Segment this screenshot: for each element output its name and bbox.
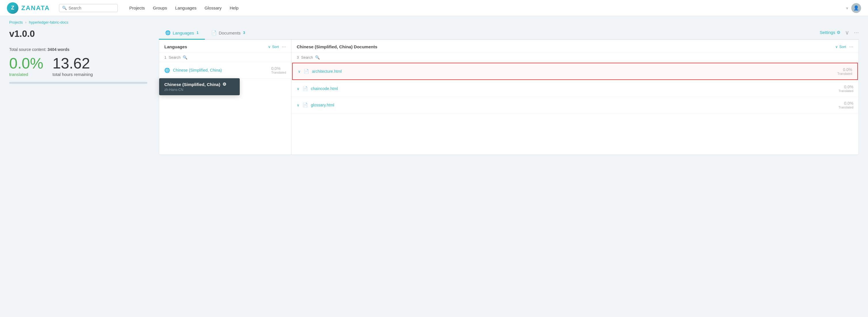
breadcrumb-separator: ›	[25, 20, 27, 25]
doc-item-2-pct-wrap: 0.0% Translated	[838, 101, 853, 109]
documents-panel: Chinese (Simplified, China) Documents ∨ …	[291, 40, 859, 155]
docs-sort-chevron: ∨	[835, 44, 838, 49]
lang-item-left: 🌐 Chinese (Simplified, China)	[164, 68, 222, 73]
languages-panel: Languages ∨ Sort ··· 1 Search 🔍	[159, 40, 291, 155]
main-layout: v1.0.0 Total source content: 3404 words …	[0, 26, 868, 164]
doc-tab-icon: 📄	[211, 30, 217, 35]
lang-item-right: 0.0% Translated	[271, 66, 286, 74]
gear-icon: ⚙	[837, 30, 840, 35]
doc-item-1-pct-label: Translated	[838, 89, 853, 93]
doc-item-1-name: chaincode.html	[311, 86, 338, 91]
docs-sort-button[interactable]: ∨ Sort	[835, 44, 846, 49]
tab-documents-badge: 3	[243, 31, 245, 35]
docs-search-label: Search	[301, 55, 313, 60]
doc-item-1-left: ∨ 📄 chaincode.html	[297, 86, 338, 91]
doc-item-1[interactable]: ∨ 📄 chaincode.html 0.0% Translated	[291, 81, 859, 97]
breadcrumb-project-link[interactable]: hyperledger-fabric-docs	[29, 20, 68, 25]
doc-item-0-pct-label: Translated	[837, 72, 852, 75]
pct-translated-label: translated	[9, 72, 43, 77]
chevron-down-icon[interactable]: ∨	[846, 6, 848, 10]
doc-item-0[interactable]: ∨ 📄 architecture.html 0.0% Translated	[292, 63, 858, 80]
search-icon: 🔍	[62, 6, 67, 10]
doc-item-2[interactable]: ∨ 📄 glossary.html 0.0% Translated	[291, 97, 859, 113]
docs-sort-label: Sort	[839, 44, 846, 49]
total-hours-label: total hours remaining	[53, 72, 93, 77]
lang-item[interactable]: 🌐 Chinese (Simplified, China) 0.0% Trans…	[159, 62, 291, 78]
logo-text: ZANATA	[21, 4, 50, 12]
tooltip-gear-icon: ⚙	[222, 82, 226, 87]
stats-row: 0.0% translated 13.62 total hours remain…	[9, 56, 150, 77]
lang-globe-icon: 🌐	[164, 68, 170, 73]
tab-languages[interactable]: 🌐 Languages 1	[159, 26, 205, 40]
split-panels: Languages ∨ Sort ··· 1 Search 🔍	[159, 40, 859, 155]
nav-projects[interactable]: Projects	[129, 5, 145, 10]
logo[interactable]: Z ZANATA	[7, 2, 50, 14]
breadcrumb: Projects › hyperledger-fabric-docs	[0, 16, 868, 26]
doc-item-0-left: ∨ 📄 architecture.html	[298, 69, 342, 74]
doc-item-1-pct: 0.0%	[838, 85, 853, 89]
total-source-count: 3404 words	[48, 47, 69, 52]
lang-tooltip: Chinese (Simplified, China) ⚙ zh-Hans-CN	[159, 78, 240, 95]
doc-file-1-icon: 📄	[303, 86, 308, 91]
right-panel: 🌐 Languages 1 📄 Documents 3 Settings ⚙ ∨…	[159, 26, 859, 155]
topnav: Z ZANATA 🔍 Projects Groups Languages Glo…	[0, 0, 868, 16]
nav-languages[interactable]: Languages	[175, 5, 196, 10]
total-source: Total source content: 3404 words	[9, 47, 150, 52]
page-title: v1.0.0	[9, 29, 150, 39]
nav-groups[interactable]: Groups	[153, 5, 167, 10]
doc-chevron-0-icon[interactable]: ∨	[298, 69, 301, 74]
settings-ellipsis-icon[interactable]: ···	[854, 29, 859, 36]
doc-file-2-icon: 📄	[303, 102, 308, 107]
doc-item-1-pct-wrap: 0.0% Translated	[838, 85, 853, 93]
doc-item-2-pct-label: Translated	[838, 105, 853, 109]
stats-section: Total source content: 3404 words 0.0% tr…	[9, 47, 150, 84]
pct-block: 0.0% translated	[9, 56, 43, 77]
doc-file-0-icon: 📄	[304, 69, 309, 74]
docs-more-icon[interactable]: ···	[849, 44, 853, 50]
lang-item-pct-label: Translated	[271, 71, 286, 74]
doc-item-0-name: architecture.html	[312, 69, 342, 74]
logo-icon: Z	[7, 2, 19, 14]
doc-chevron-1-icon[interactable]: ∨	[297, 87, 300, 91]
avatar[interactable]: 👤	[851, 3, 861, 13]
topnav-right: ∨ 👤	[846, 3, 861, 13]
doc-item-2-name: glossary.html	[311, 103, 334, 107]
settings-label: Settings	[820, 30, 835, 35]
lang-panel-header: Languages ∨ Sort ···	[159, 40, 291, 53]
tab-documents[interactable]: 📄 Documents 3	[205, 26, 251, 40]
lang-search-label: Search	[169, 55, 181, 60]
tab-languages-label: Languages	[173, 31, 194, 35]
tabs: 🌐 Languages 1 📄 Documents 3	[159, 26, 251, 39]
docs-search-icon: 🔍	[315, 55, 320, 60]
doc-item-0-pct-wrap: 0.0% Translated	[837, 67, 852, 75]
tabs-settings-row: 🌐 Languages 1 📄 Documents 3 Settings ⚙ ∨…	[159, 26, 859, 40]
left-panel: v1.0.0 Total source content: 3404 words …	[9, 26, 159, 87]
lang-sort-button[interactable]: ∨ Sort	[268, 44, 279, 49]
docs-panel-search: 3 Search 🔍	[291, 53, 859, 62]
nav-glossary[interactable]: Glossary	[205, 5, 222, 10]
lang-panel-search: 1 Search 🔍	[159, 53, 291, 62]
globe-icon: 🌐	[165, 30, 170, 35]
docs-search-count: 3	[297, 55, 299, 60]
settings-area: Settings ⚙ ∨ ···	[820, 29, 859, 36]
docs-panel-title: Chinese (Simplified, China) Documents	[297, 44, 377, 49]
settings-link[interactable]: Settings ⚙	[820, 30, 840, 35]
docs-panel-header: Chinese (Simplified, China) Documents ∨ …	[291, 40, 859, 53]
lang-search-count: 1	[164, 55, 166, 60]
doc-chevron-2-icon[interactable]: ∨	[297, 103, 300, 107]
doc-item-0-pct: 0.0%	[837, 67, 852, 72]
lang-item-name: Chinese (Simplified, China)	[173, 68, 222, 72]
hours-block: 13.62 total hours remaining	[53, 56, 93, 77]
breadcrumb-projects-link[interactable]: Projects	[9, 20, 23, 25]
pct-translated-value: 0.0%	[9, 56, 43, 71]
search-input[interactable]	[68, 6, 115, 10]
doc-item-2-left: ∨ 📄 glossary.html	[297, 102, 334, 107]
nav-help[interactable]: Help	[230, 5, 239, 10]
doc-item-2-pct: 0.0%	[838, 101, 853, 105]
docs-panel-actions: ∨ Sort ···	[835, 44, 853, 50]
lang-more-icon[interactable]: ···	[282, 44, 286, 50]
lang-sort-chevron: ∨	[268, 44, 271, 49]
tab-languages-badge: 1	[196, 31, 198, 35]
settings-more-icon[interactable]: ∨	[845, 29, 849, 36]
total-source-label: Total source content:	[9, 47, 46, 52]
